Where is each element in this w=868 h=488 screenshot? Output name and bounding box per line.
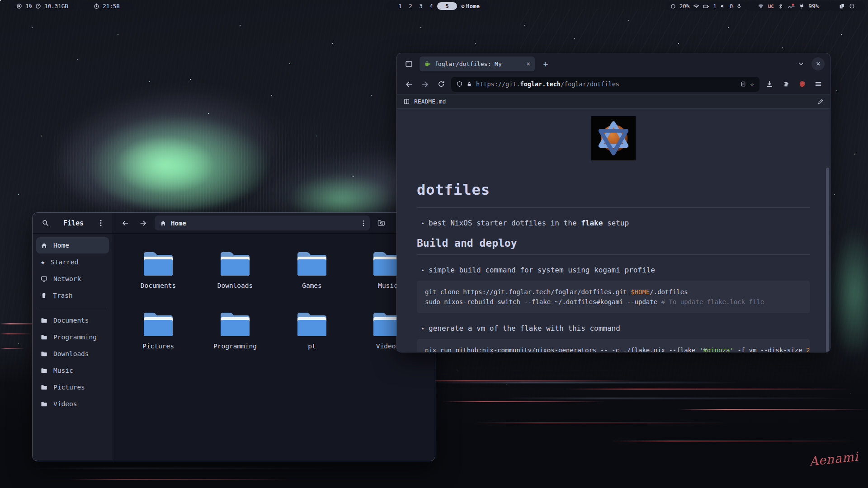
cpu-icon bbox=[16, 3, 22, 9]
memory-gauge-icon bbox=[35, 3, 41, 9]
topbar-clock[interactable]: 21:58 bbox=[80, 1, 133, 11]
sidebar-item-starred[interactable]: ★ Starred bbox=[36, 254, 109, 270]
wallpaper-red-glitch bbox=[565, 389, 854, 389]
sidebar-item-label: Music bbox=[53, 367, 73, 374]
keyboard-battery-icon bbox=[703, 3, 709, 9]
search-folder-icon[interactable] bbox=[374, 216, 388, 230]
folder-games[interactable]: Games bbox=[283, 250, 341, 289]
code-block-vm[interactable]: nix run github:nix-community/nixos-gener… bbox=[417, 339, 810, 352]
reload-icon[interactable] bbox=[435, 78, 448, 90]
search-icon[interactable] bbox=[39, 217, 52, 230]
scrollbar[interactable] bbox=[826, 168, 829, 352]
window-close-button[interactable] bbox=[811, 57, 825, 70]
sidebar-item-label: Home bbox=[53, 242, 69, 249]
bookmark-star-icon[interactable]: ☆ bbox=[750, 80, 754, 88]
tab-close-icon[interactable]: × bbox=[527, 60, 530, 67]
folder-documents[interactable]: Documents bbox=[129, 250, 188, 289]
nixos-planet-logo bbox=[591, 116, 636, 160]
folder-icon bbox=[41, 384, 47, 391]
folder-programming[interactable]: Programming bbox=[206, 310, 264, 350]
wallpaper-red-glitch bbox=[68, 479, 294, 480]
app-menu-kebab-icon[interactable] bbox=[95, 217, 106, 230]
bluetooth-icon bbox=[778, 3, 783, 9]
sidebar-item-downloads[interactable]: Downloads bbox=[36, 346, 109, 362]
wallpaper-red-glitch bbox=[407, 380, 642, 381]
sidebar-item-network[interactable]: Network bbox=[36, 271, 109, 287]
folder-label: Programming bbox=[206, 343, 264, 350]
sidebar-item-label: Documents bbox=[53, 317, 89, 324]
topbar-tray[interactable]: UC 99% bbox=[745, 1, 831, 11]
heading-rule bbox=[417, 254, 810, 255]
network-icon bbox=[41, 276, 47, 282]
downloads-icon[interactable] bbox=[763, 78, 776, 90]
tab-title: foglar/dotfiles: My bbox=[434, 61, 523, 67]
uc-tray-icon: UC bbox=[768, 4, 774, 9]
code-block-build[interactable]: git clone https://git.foglar.tech/foglar… bbox=[417, 281, 810, 313]
folder-downloads[interactable]: Downloads bbox=[206, 250, 264, 289]
workspace-4[interactable]: 4 bbox=[427, 3, 436, 9]
ublock-shield-icon[interactable] bbox=[796, 78, 808, 90]
readme-bullet: • best NixOS starter dotfiles in the fla… bbox=[417, 219, 810, 227]
back-button[interactable] bbox=[402, 78, 415, 90]
sidebar-item-trash[interactable]: Trash bbox=[36, 287, 109, 304]
wallpaper-streak bbox=[429, 382, 746, 383]
power-plug-icon bbox=[799, 3, 805, 9]
folder-icon bbox=[295, 250, 329, 278]
home-icon bbox=[41, 242, 47, 249]
sidebar-item-documents[interactable]: Documents bbox=[36, 312, 109, 328]
sidebar-item-home[interactable]: Home bbox=[36, 237, 109, 253]
forward-button[interactable] bbox=[419, 78, 431, 90]
topbar-status-group[interactable]: 20% 1 0 bbox=[666, 1, 746, 11]
extensions-puzzle-icon[interactable] bbox=[779, 78, 792, 90]
folder-label: Downloads bbox=[206, 282, 264, 289]
url-bar[interactable]: https://git.foglar.tech/foglar/dotfiles … bbox=[451, 77, 760, 92]
files-app-title: Files bbox=[52, 219, 95, 227]
hamburger-menu-icon[interactable] bbox=[812, 78, 825, 90]
battery-value: 99% bbox=[809, 3, 819, 9]
workspace-5-active[interactable]: 5 bbox=[437, 2, 457, 10]
tab-manager-icon[interactable] bbox=[402, 57, 415, 70]
path-options-kebab-icon[interactable] bbox=[363, 220, 364, 226]
folder-icon bbox=[41, 317, 47, 324]
sidebar-item-videos[interactable]: Videos bbox=[36, 396, 109, 412]
workspace-3[interactable]: 3 bbox=[416, 3, 425, 9]
mode-label[interactable]: Home bbox=[466, 3, 480, 9]
sidebar-item-programming[interactable]: Programming bbox=[36, 329, 109, 345]
readme-content: dotfiles • best NixOS starter dotfiles i… bbox=[397, 109, 830, 352]
forward-button[interactable] bbox=[137, 216, 150, 230]
folder-pictures[interactable]: Pictures bbox=[129, 310, 188, 350]
sidebar-item-pictures[interactable]: Pictures bbox=[36, 379, 109, 395]
wallpaper-red-glitch bbox=[0, 333, 32, 334]
wallpaper-red-glitch bbox=[610, 441, 854, 441]
files-headerbar-left: Files bbox=[33, 213, 113, 234]
list-tabs-chevron-icon[interactable] bbox=[795, 58, 807, 70]
folder-pt[interactable]: pt bbox=[283, 310, 341, 350]
reader-view-icon[interactable] bbox=[741, 81, 746, 87]
home-icon bbox=[160, 220, 166, 226]
sidebar-item-label: Starred bbox=[51, 258, 78, 266]
breadcrumb[interactable]: Home bbox=[155, 216, 370, 230]
clock-time: 21:58 bbox=[103, 3, 120, 9]
workspace-2[interactable]: 2 bbox=[406, 3, 415, 9]
tracking-shield-icon[interactable] bbox=[457, 81, 462, 87]
speaker-icon bbox=[720, 3, 726, 9]
workspace-1[interactable]: 1 bbox=[396, 3, 405, 9]
topbar-system-stats[interactable]: 1% 10.31GB bbox=[10, 1, 74, 11]
sidebar-item-music[interactable]: Music bbox=[36, 362, 109, 379]
back-button[interactable] bbox=[118, 216, 132, 230]
clipboard-icon[interactable] bbox=[839, 3, 845, 9]
readme-filename: README.md bbox=[414, 98, 446, 105]
readme-bullet: •simple build command for system using k… bbox=[417, 266, 810, 274]
power-icon[interactable] bbox=[849, 3, 855, 9]
browser-window: foglar/dotfiles: My × + htt bbox=[396, 53, 830, 352]
topbar-workspaces: 1 2 3 4 5 ⚙ Home bbox=[387, 1, 489, 11]
browser-toolbar: https://git.foglar.tech/foglar/dotfiles … bbox=[397, 74, 830, 94]
sidebar-item-label: Trash bbox=[53, 292, 73, 299]
folder-icon bbox=[218, 310, 252, 338]
folder-icon bbox=[141, 250, 175, 278]
new-tab-button[interactable]: + bbox=[539, 59, 552, 69]
heading-rule bbox=[417, 207, 810, 208]
files-window: Files Home bbox=[32, 212, 435, 461]
edit-pencil-icon[interactable] bbox=[817, 99, 824, 105]
browser-tab-active[interactable]: foglar/dotfiles: My × bbox=[420, 56, 535, 71]
